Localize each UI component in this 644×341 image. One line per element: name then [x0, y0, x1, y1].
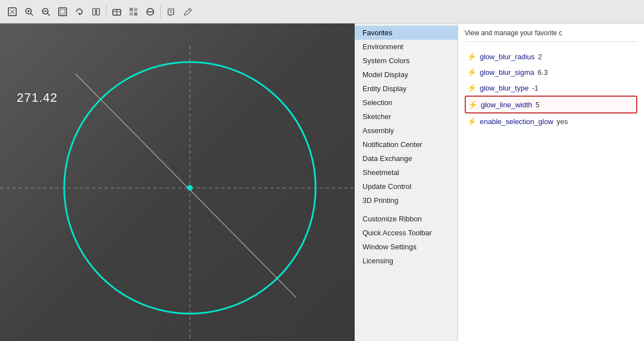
zoom-out-button[interactable] [38, 4, 54, 20]
property-icon-glow-line-width: ⚡ [468, 100, 478, 109]
property-value-enable-selection-glow: yes [557, 117, 568, 126]
content-panel: View and manage your favorite c ⚡ glow_b… [458, 23, 644, 341]
sidebar-item-window-settings[interactable]: Window Settings [355, 240, 457, 254]
toolbar [0, 0, 644, 23]
sidebar-item-system-colors[interactable]: System Colors [355, 54, 457, 68]
main-area: 271.42 Favorites Environment System Colo… [0, 23, 644, 341]
zoom-fit-button[interactable] [4, 4, 20, 20]
property-glow-blur-type[interactable]: ⚡ glow_blur_type -1 [465, 80, 637, 96]
svg-rect-16 [134, 8, 137, 11]
property-value-glow-blur-radius: 2 [538, 53, 542, 61]
display-style-button[interactable] [126, 4, 141, 20]
sidebar-item-sheetmetal[interactable]: Sheetmetal [355, 165, 457, 179]
svg-line-23 [189, 10, 190, 11]
section-button[interactable] [142, 4, 158, 20]
property-icon-glow-blur-radius: ⚡ [467, 52, 476, 61]
property-value-glow-line-width: 5 [536, 101, 540, 109]
canvas-area: 271.42 [0, 23, 355, 341]
property-icon-glow-blur-sigma: ⚡ [467, 68, 476, 77]
sidebar-nav: Favorites Environment System Colors Mode… [355, 23, 458, 341]
property-enable-selection-glow[interactable]: ⚡ enable_selection_glow yes [465, 113, 637, 129]
property-glow-line-width[interactable]: ⚡ glow_line_width 5 [465, 96, 637, 113]
sidebar-item-sketcher[interactable]: Sketcher [355, 110, 457, 124]
svg-rect-10 [93, 8, 96, 15]
property-glow-blur-radius[interactable]: ⚡ glow_blur_radius 2 [465, 49, 637, 64]
svg-point-28 [187, 185, 193, 191]
sidebar-item-environment[interactable]: Environment [355, 40, 457, 54]
property-name-glow-blur-radius: glow_blur_radius [480, 53, 535, 61]
properties-list: ⚡ glow_blur_radius 2 ⚡ glow_blur_sigma 6… [465, 49, 637, 129]
property-value-glow-blur-type: -1 [532, 84, 538, 92]
property-icon-glow-blur-type: ⚡ [467, 83, 476, 92]
sidebar-divider [355, 207, 457, 212]
separator-2 [160, 6, 161, 18]
sidebar-item-update-control[interactable]: Update Control [355, 179, 457, 193]
sidebar-item-customize-ribbon[interactable]: Customize Ribbon [355, 212, 457, 226]
measurement-label: 271.42 [17, 91, 58, 105]
sidebar-item-selection[interactable]: Selection [355, 96, 457, 110]
window-zoom-button[interactable] [55, 4, 70, 20]
rotate-view-button[interactable] [71, 4, 87, 20]
svg-rect-9 [60, 10, 65, 14]
sidebar-item-favorites[interactable]: Favorites [355, 26, 457, 40]
property-name-glow-blur-type: glow_blur_type [480, 84, 528, 92]
sidebar-item-data-exchange[interactable]: Data Exchange [355, 151, 457, 165]
svg-rect-17 [130, 12, 133, 16]
svg-rect-15 [130, 8, 133, 11]
property-name-glow-line-width: glow_line_width [481, 101, 532, 109]
sidebar-item-entity-display[interactable]: Entity Display [355, 82, 457, 96]
svg-line-27 [75, 74, 296, 297]
annotation-button[interactable] [163, 4, 179, 20]
svg-rect-11 [97, 8, 99, 15]
canvas-svg [0, 23, 355, 341]
property-icon-enable-selection-glow: ⚡ [467, 117, 476, 126]
property-glow-blur-sigma[interactable]: ⚡ glow_blur_sigma 6.3 [465, 64, 637, 80]
property-value-glow-blur-sigma: 6.3 [538, 68, 548, 77]
right-panel: Favorites Environment System Colors Mode… [355, 23, 644, 341]
svg-rect-8 [59, 8, 66, 16]
svg-rect-18 [134, 12, 137, 16]
sidebar-item-assembly[interactable]: Assembly [355, 124, 457, 138]
property-name-glow-blur-sigma: glow_blur_sigma [480, 68, 535, 77]
separator-1 [106, 6, 107, 18]
sidebar-item-3d-printing[interactable]: 3D Printing [355, 193, 457, 207]
sidebar-item-quick-access-toolbar[interactable]: Quick Access Toolbar [355, 226, 457, 240]
svg-line-2 [31, 13, 33, 16]
view-orient-button[interactable] [109, 4, 125, 20]
sidebar-item-notification-center[interactable]: Notification Center [355, 138, 457, 151]
zoom-in-button[interactable] [21, 4, 37, 20]
pan-button[interactable] [88, 4, 104, 20]
sketch-button[interactable] [180, 4, 195, 20]
property-name-enable-selection-glow: enable_selection_glow [480, 117, 554, 126]
sidebar-item-licensing[interactable]: Licensing [355, 254, 457, 268]
content-description: View and manage your favorite c [465, 29, 637, 42]
svg-line-6 [47, 13, 50, 16]
sidebar-item-model-display[interactable]: Model Display [355, 68, 457, 82]
